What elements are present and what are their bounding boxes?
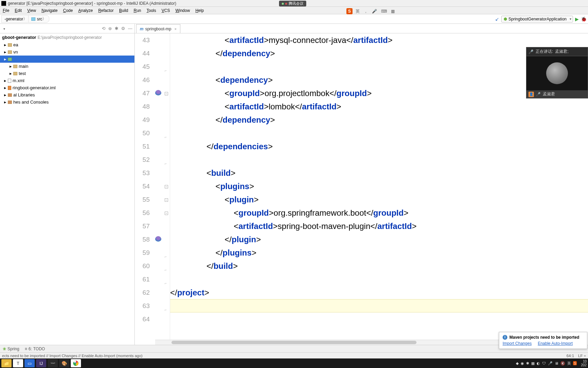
spring-gutter-icon[interactable] xyxy=(155,90,161,96)
fold-end-icon: ⌐ xyxy=(165,64,167,77)
tray-icon[interactable]: ◐ xyxy=(537,361,540,366)
project-view-dropdown[interactable] xyxy=(2,26,99,31)
folder-icon xyxy=(8,43,12,47)
meeting-badge[interactable]: 腾讯会议 xyxy=(279,1,306,6)
run-button[interactable]: ▶ xyxy=(575,16,579,22)
breadcrumb: -generator 〉src 〉 xyxy=(1,15,49,23)
tray-icon[interactable]: ◉ xyxy=(521,361,524,366)
tray-icon[interactable]: ✱ xyxy=(526,361,529,366)
menu-build[interactable]: Build xyxy=(116,8,131,13)
globe-icon xyxy=(546,62,568,84)
tray-lang[interactable]: 英 xyxy=(567,361,571,366)
notif-title-text: Maven projects need to be imported xyxy=(509,335,579,340)
menu-refactor[interactable]: Refactor xyxy=(96,8,116,13)
spring-label: Spring xyxy=(7,347,19,351)
tray-icon[interactable]: ◆ xyxy=(516,361,519,366)
menu-file[interactable]: File xyxy=(0,8,12,13)
spring-tool-button[interactable]: ❀ Spring xyxy=(0,347,22,351)
breadcrumb-item[interactable]: src 〉 xyxy=(28,15,49,23)
hide-icon[interactable]: — xyxy=(128,26,132,31)
notif-title: i Maven projects need to be imported xyxy=(503,335,584,340)
tree-node[interactable]: ▸ hes and Consoles xyxy=(0,98,134,106)
tree-node[interactable]: ▸ ringboot-generator.iml xyxy=(0,84,134,91)
menu-edit[interactable]: Edit xyxy=(12,8,24,13)
debug-button[interactable]: 🐞 xyxy=(581,16,587,22)
refresh-icon[interactable]: ⟲ xyxy=(102,26,105,31)
tray-icon[interactable]: 🔇 xyxy=(560,361,565,366)
collapse-icon[interactable]: ✱ xyxy=(115,26,118,31)
tree-node[interactable]: ▸ test xyxy=(0,70,134,77)
meeting-overlay[interactable]: 🎤 正在讲话: 孟淑君; 👤 🎤 孟淑君 xyxy=(526,47,588,98)
close-icon[interactable]: × xyxy=(174,27,176,31)
info-icon: i xyxy=(503,335,507,340)
meeting-app-icon[interactable]: ▭ xyxy=(24,359,35,367)
tree-node[interactable]: ▸ m.xml xyxy=(0,77,134,84)
fold-end-icon: ⌐ xyxy=(165,277,167,290)
horizontal-scrollbar[interactable] xyxy=(155,340,515,345)
menu-help[interactable]: Help xyxy=(193,8,207,13)
todo-tool-button[interactable]: ≡ 6: TODO xyxy=(22,347,48,351)
fold-toggle-icon[interactable]: − xyxy=(165,212,168,215)
text-app-icon[interactable]: T xyxy=(13,359,23,367)
tray-icon[interactable]: 🛡 xyxy=(542,361,546,365)
spring-leaf-icon: ⬢ xyxy=(504,17,507,21)
menu-vcs[interactable]: VCS xyxy=(159,8,173,13)
menu-code[interactable]: Code xyxy=(60,8,76,13)
breadcrumb-item[interactable]: -generator 〉 xyxy=(1,15,30,23)
tree-node[interactable]: ▸ vn xyxy=(0,48,134,56)
fold-toggle-icon[interactable]: − xyxy=(165,198,168,202)
ime-lang[interactable]: 英 xyxy=(355,9,361,14)
tray-icon[interactable]: ▦ xyxy=(531,361,535,366)
editor-body[interactable]: 4344454647484950515253545556575859606162… xyxy=(135,33,588,345)
back-icon[interactable]: ↙ xyxy=(495,16,499,22)
tray-icon[interactable]: 🎤 xyxy=(548,361,553,366)
mic-icon[interactable]: 🎤 xyxy=(371,9,378,14)
app-icon xyxy=(1,1,6,6)
import-changes-link[interactable]: Import Changes xyxy=(503,341,532,346)
user-name: 孟淑君 xyxy=(543,91,555,97)
tray-icon[interactable]: 🖥 xyxy=(555,361,558,365)
menu-analyze[interactable]: Analyze xyxy=(76,8,96,13)
menu-tools[interactable]: Tools xyxy=(144,8,159,13)
menu-window[interactable]: Window xyxy=(173,8,193,13)
meeting-user-row[interactable]: 👤 🎤 孟淑君 xyxy=(526,90,588,98)
keyboard-icon[interactable]: ⌨ xyxy=(380,9,388,14)
spring-gutter-icon[interactable] xyxy=(155,236,161,242)
explorer-icon[interactable]: 📁 xyxy=(1,359,12,367)
sogou-icon[interactable]: S xyxy=(346,8,353,14)
target-icon[interactable]: ⊕ xyxy=(108,26,112,31)
ime-toolbar[interactable]: S 英 ， 🎤 ⌨ ▦ xyxy=(346,8,396,14)
menu-run[interactable]: Run xyxy=(131,8,144,13)
chrome-icon[interactable] xyxy=(71,359,81,367)
windows-taskbar: 📁 T ▭ IJ 〰 🎨 ◆ ◉ ✱ ▦ ◐ 🛡 🎤 🖥 🔇 英 S 10 20… xyxy=(0,358,588,368)
tree-node[interactable]: ▸ al Libraries xyxy=(0,91,134,98)
tree-node[interactable]: ▸ xyxy=(0,56,134,63)
sogou-tray-icon[interactable]: S xyxy=(573,361,577,365)
date: 202 xyxy=(581,363,587,367)
clock[interactable]: 10 202 xyxy=(581,359,587,367)
intellij-icon[interactable]: IJ xyxy=(36,359,46,367)
grid-icon[interactable]: ▦ xyxy=(390,9,396,14)
scrollbar-thumb[interactable] xyxy=(172,341,416,344)
record-dot-icon xyxy=(285,3,287,5)
code-content[interactable]: <groupId>mysql</groupId> <artifactId>mys… xyxy=(170,33,588,345)
tree-node[interactable]: ▸ main xyxy=(0,63,134,70)
project-root[interactable]: gboot-generator E:\javaProject\springboo… xyxy=(0,33,134,41)
paint-app-icon[interactable]: 🎨 xyxy=(59,359,69,367)
menu-view[interactable]: View xyxy=(24,8,39,13)
settings-icon[interactable]: ⚙ xyxy=(121,26,125,31)
fold-toggle-icon[interactable]: − xyxy=(165,92,168,95)
library-icon xyxy=(8,93,12,97)
editor-tab[interactable]: m springboot-mp × xyxy=(136,24,180,33)
time: 10 xyxy=(581,359,587,363)
app-icon[interactable]: 〰 xyxy=(48,359,58,367)
tab-title: springboot-mp xyxy=(145,27,172,31)
ime-punct[interactable]: ， xyxy=(363,9,369,14)
run-config-dropdown[interactable]: ⬢ SpringbootGeneratorApplication xyxy=(501,16,573,22)
tree-node[interactable]: ▸ ea xyxy=(0,41,134,48)
line-separator[interactable]: LF ÷ xyxy=(578,354,586,358)
fold-toggle-icon[interactable]: − xyxy=(165,185,168,188)
enable-auto-import-link[interactable]: Enable Auto-Import xyxy=(538,341,573,346)
menu-navigate[interactable]: Navigate xyxy=(39,8,60,13)
folder-icon xyxy=(13,72,17,75)
